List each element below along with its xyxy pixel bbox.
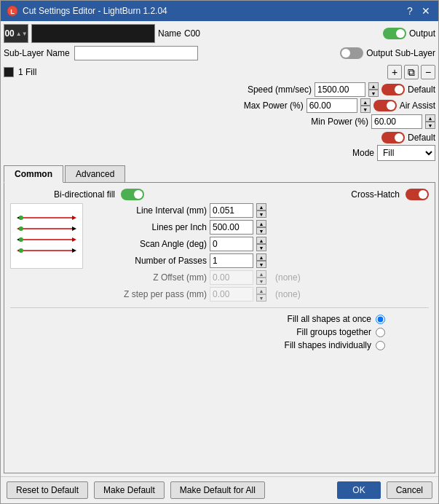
- svg-marker-13: [72, 248, 76, 253]
- fill-params-right: Line Interval (mm) ▲ ▼ Lines per Inch ▲: [90, 203, 429, 302]
- z-offset-spinner[interactable]: ▲ ▼: [256, 270, 266, 285]
- speed-up-btn[interactable]: ▲: [368, 82, 379, 90]
- svg-marker-3: [72, 216, 76, 220]
- fill-all-radio[interactable]: [376, 315, 385, 324]
- svg-text:L: L: [10, 8, 15, 15]
- cross-hatch-label: Cross-Hatch: [351, 189, 400, 200]
- lines-per-inch-label: Lines per Inch: [90, 222, 207, 232]
- cut-settings-window: L Cut Settings Editor - LightBurn 1.2.04…: [0, 0, 439, 504]
- make-default-all-button[interactable]: Make Default for All: [170, 481, 265, 499]
- fill-all-row: Fill all shapes at once: [288, 314, 385, 324]
- max-power-down-btn[interactable]: ▼: [360, 106, 371, 113]
- sublayer-output-toggle[interactable]: [340, 47, 363, 59]
- z-step-input[interactable]: [210, 287, 253, 302]
- layer-header-row: 00 ▲▼ Name C00 Output: [4, 24, 435, 43]
- max-power-row: Max Power (%) ▲ ▼ Air Assist: [4, 98, 435, 113]
- fill-individually-radio[interactable]: [376, 341, 385, 350]
- sublayer-input[interactable]: [74, 46, 198, 60]
- line-interval-spinner[interactable]: ▲ ▼: [256, 203, 266, 218]
- default-row: Default: [4, 132, 435, 143]
- min-power-down-btn[interactable]: ▼: [425, 122, 435, 129]
- speed-input[interactable]: [315, 82, 365, 97]
- tab-advanced[interactable]: Advanced: [65, 165, 125, 182]
- num-passes-spinner[interactable]: ▲ ▼: [256, 253, 266, 268]
- mode-select[interactable]: Fill Line Offset Fill Center Line: [377, 145, 435, 161]
- bidir-label: Bi-directional fill: [54, 189, 115, 200]
- tab-common[interactable]: Common: [4, 165, 63, 183]
- fill-groups-label: Fill groups together: [296, 327, 371, 337]
- mode-label: Mode: [352, 148, 374, 158]
- z-offset-row: Z Offset (mm) ▲ ▼ (none): [90, 270, 429, 285]
- max-power-spinner[interactable]: ▲ ▼: [360, 98, 371, 113]
- scan-angle-row: Scan Angle (deg) ▲ ▼: [90, 237, 429, 251]
- output-toggle-row: Output: [383, 28, 435, 39]
- layer-color-bar[interactable]: [31, 24, 155, 43]
- speed-default-toggle[interactable]: [381, 84, 405, 95]
- speed-down-btn[interactable]: ▼: [368, 90, 379, 97]
- layer-number-box[interactable]: 00 ▲▼: [4, 24, 28, 43]
- z-offset-input[interactable]: [210, 270, 253, 285]
- speed-toggle-knob: [395, 85, 403, 94]
- num-passes-input[interactable]: [210, 253, 253, 268]
- z-step-spinner[interactable]: ▲ ▼: [256, 287, 266, 302]
- mode-row: Mode Fill Line Offset Fill Center Line: [4, 145, 435, 161]
- max-power-input[interactable]: [306, 98, 357, 113]
- z-step-label: Z step per pass (mm): [90, 289, 207, 299]
- close-button[interactable]: ✕: [419, 4, 432, 17]
- line-interval-input[interactable]: [210, 203, 253, 218]
- fill-groups-radio[interactable]: [376, 328, 385, 337]
- z-offset-label: Z Offset (mm): [90, 272, 207, 283]
- default-toggle-knob: [395, 133, 403, 142]
- z-step-none: (none): [275, 289, 301, 299]
- sublayer-row: Sub-Layer Name Output Sub-Layer: [4, 46, 435, 60]
- max-power-toggle-knob: [387, 101, 395, 110]
- line-interval-label: Line Interval (mm): [90, 205, 207, 216]
- max-power-toggle[interactable]: [373, 100, 397, 111]
- speed-row: Speed (mm/sec) ▲ ▼ Default: [4, 82, 435, 97]
- sublayer-output-label: Output Sub-Layer: [366, 48, 435, 58]
- divider: [10, 307, 429, 308]
- fill-all-label: Fill all shapes at once: [288, 314, 371, 324]
- help-button[interactable]: ?: [403, 4, 416, 17]
- params-section: Speed (mm/sec) ▲ ▼ Default Max Power (%)…: [4, 82, 435, 129]
- lines-per-inch-input[interactable]: [210, 220, 253, 235]
- bidir-row: Bi-directional fill Cross-Hatch: [10, 189, 429, 200]
- min-power-spinner[interactable]: ▲ ▼: [425, 114, 435, 129]
- speed-extra: Default: [408, 84, 435, 95]
- num-passes-label: Number of Passes: [90, 256, 207, 266]
- speed-spinner[interactable]: ▲ ▼: [368, 82, 379, 97]
- cross-hatch-toggle-knob: [419, 190, 427, 199]
- bottom-bar: Reset to Default Make Default Make Defau…: [1, 476, 438, 503]
- scan-angle-label: Scan Angle (deg): [90, 239, 207, 249]
- name-value: C00: [184, 28, 200, 39]
- reset-default-button[interactable]: Reset to Default: [7, 481, 88, 499]
- svg-marker-9: [72, 237, 76, 242]
- ok-button[interactable]: OK: [337, 481, 380, 499]
- scan-angle-spinner[interactable]: ▲ ▼: [256, 237, 266, 251]
- make-default-button[interactable]: Make Default: [94, 481, 165, 499]
- cancel-button[interactable]: Cancel: [387, 481, 432, 499]
- fill-individually-row: Fill shapes individually: [285, 340, 385, 350]
- lines-per-inch-spinner[interactable]: ▲ ▼: [256, 220, 266, 235]
- num-passes-row: Number of Passes ▲ ▼: [90, 253, 429, 268]
- copy-fill-button[interactable]: ⧉: [404, 65, 419, 79]
- min-power-up-btn[interactable]: ▲: [425, 114, 435, 122]
- add-fill-button[interactable]: +: [387, 65, 402, 79]
- cross-hatch-toggle[interactable]: [406, 189, 429, 200]
- scan-angle-input[interactable]: [210, 237, 253, 251]
- svg-point-17: [19, 248, 23, 253]
- fill-icons: + ⧉ −: [387, 65, 435, 79]
- output-label: Output: [409, 28, 435, 39]
- speed-label: Speed (mm/sec): [248, 84, 312, 95]
- fill-preview: [10, 203, 83, 269]
- default-toggle[interactable]: [381, 132, 405, 143]
- max-power-up-btn[interactable]: ▲: [360, 98, 371, 106]
- remove-fill-button[interactable]: −: [421, 65, 435, 79]
- min-power-input[interactable]: [371, 114, 422, 129]
- window-title: Cut Settings Editor - LightBurn 1.2.04: [23, 6, 167, 16]
- output-toggle[interactable]: [383, 28, 406, 39]
- svg-marker-7: [72, 227, 76, 231]
- svg-point-14: [19, 216, 23, 220]
- bidir-toggle[interactable]: [121, 189, 144, 200]
- fill-params-area: Line Interval (mm) ▲ ▼ Lines per Inch ▲: [10, 203, 429, 302]
